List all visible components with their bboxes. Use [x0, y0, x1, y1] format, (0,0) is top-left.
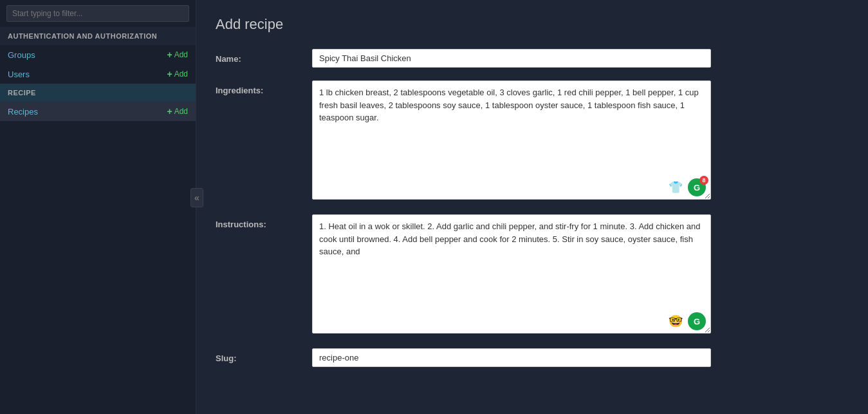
- instructions-label: Instructions:: [216, 214, 312, 229]
- name-input[interactable]: [312, 49, 711, 68]
- instructions-textarea-icons: 🤓 G: [667, 312, 706, 330]
- add-users-button[interactable]: + Add: [167, 69, 188, 79]
- add-groups-button[interactable]: + Add: [167, 50, 188, 60]
- ingredients-textarea-icons: 👕 G 8: [667, 178, 706, 196]
- emoji-icon: 🤓: [667, 313, 684, 330]
- page-title: Add recipe: [216, 16, 849, 33]
- instructions-textarea[interactable]: [312, 214, 711, 334]
- sidebar: Authentication and Authorization Groups …: [0, 0, 196, 414]
- ingredients-textarea[interactable]: [312, 80, 711, 200]
- slug-row: Slug:: [216, 348, 849, 367]
- ingredients-row: Ingredients: 👕 G 8: [216, 80, 849, 202]
- grammarly-badge: 8: [699, 176, 708, 185]
- grammarly-icon[interactable]: G 8: [688, 178, 706, 196]
- name-label: Name:: [216, 49, 312, 64]
- slug-field-wrapper: [312, 348, 711, 367]
- collapse-sidebar-button[interactable]: «: [190, 188, 203, 207]
- main-content: Add recipe Name: Ingredients: 👕 G 8 Inst…: [196, 0, 868, 414]
- sidebar-item-groups[interactable]: Groups + Add: [0, 45, 196, 64]
- ingredients-label: Ingredients:: [216, 80, 312, 95]
- sidebar-item-recipes[interactable]: Recipes + Add: [0, 102, 196, 121]
- instructions-row: Instructions: 🤓 G: [216, 214, 849, 335]
- slug-input[interactable]: [312, 348, 711, 367]
- grammarly-icon-instructions[interactable]: G: [688, 312, 706, 330]
- tshirt-icon: 👕: [667, 179, 684, 196]
- sidebar-item-users[interactable]: Users + Add: [0, 64, 196, 84]
- name-row: Name:: [216, 49, 849, 68]
- name-field-wrapper: [312, 49, 711, 68]
- auth-section-header: Authentication and Authorization: [0, 27, 196, 45]
- sidebar-filter: [0, 0, 196, 27]
- add-recipes-button[interactable]: + Add: [167, 106, 188, 117]
- slug-label: Slug:: [216, 348, 312, 363]
- instructions-field-wrapper: 🤓 G: [312, 214, 711, 335]
- filter-input[interactable]: [6, 5, 189, 22]
- ingredients-field-wrapper: 👕 G 8: [312, 80, 711, 202]
- recipe-section-header: Recipe: [0, 84, 196, 102]
